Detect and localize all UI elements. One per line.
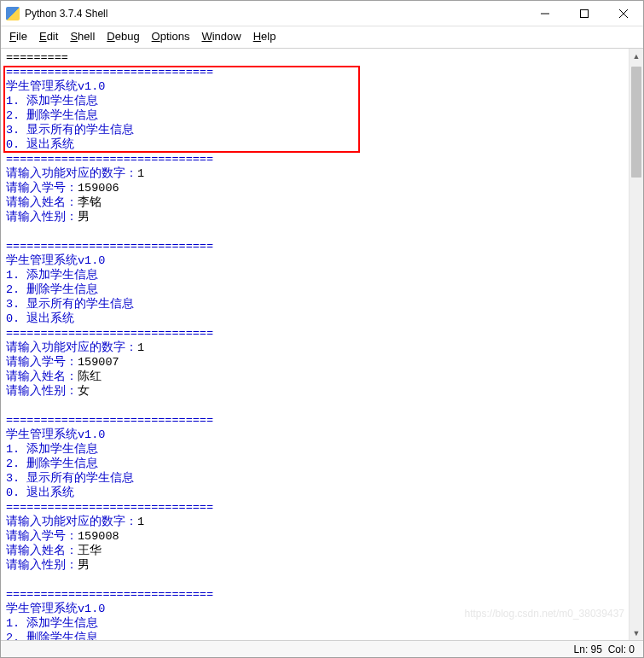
shell-text[interactable]: ========= ==============================… — [1, 49, 628, 640]
scroll-down-icon[interactable]: ▼ — [629, 626, 643, 640]
svg-rect-1 — [581, 9, 589, 17]
menu-help[interactable]: Help — [253, 30, 276, 43]
status-col-label: Col: — [608, 643, 626, 655]
status-line-label: Ln: — [574, 643, 589, 655]
menu-bar: File Edit Shell Debug Options Window Hel… — [1, 26, 643, 49]
status-line-value: 95 — [591, 643, 602, 655]
menu-debug[interactable]: Debug — [107, 30, 139, 43]
minimize-button[interactable] — [525, 1, 565, 26]
menu-window[interactable]: Window — [201, 30, 241, 43]
scroll-thumb[interactable] — [631, 67, 641, 178]
menu-file[interactable]: File — [9, 30, 27, 43]
scroll-up-icon[interactable]: ▲ — [629, 49, 643, 63]
python-icon — [6, 7, 20, 20]
scroll-track[interactable] — [629, 63, 643, 626]
menu-shell[interactable]: Shell — [70, 30, 95, 43]
maximize-button[interactable] — [565, 1, 604, 26]
vertical-scrollbar[interactable]: ▲ ▼ — [629, 49, 643, 640]
menu-edit[interactable]: Edit — [39, 30, 58, 43]
window-controls — [525, 1, 643, 26]
close-button[interactable] — [604, 1, 643, 26]
status-bar: Ln: 95 Col: 0 — [1, 640, 643, 657]
title-bar: Python 3.7.4 Shell — [1, 1, 643, 26]
menu-options[interactable]: Options — [152, 30, 190, 43]
status-col-value: 0 — [629, 643, 635, 655]
window-title: Python 3.7.4 Shell — [25, 8, 525, 20]
shell-area: ========= ==============================… — [1, 49, 643, 640]
